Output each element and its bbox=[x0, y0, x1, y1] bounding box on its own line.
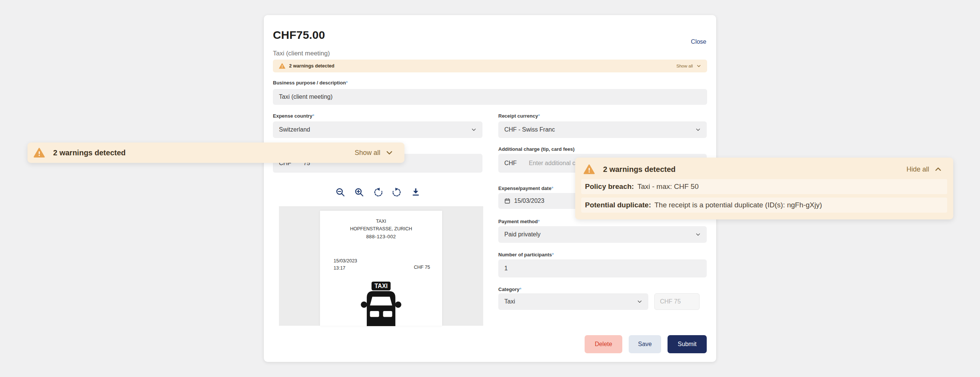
submit-button[interactable]: Submit bbox=[668, 335, 707, 353]
chevron-down-icon bbox=[386, 149, 393, 156]
policy-breach-title: Policy breach: bbox=[585, 183, 634, 191]
zoom-out-icon[interactable] bbox=[336, 188, 345, 197]
business-purpose-value: Taxi (client meeting) bbox=[279, 94, 332, 100]
receipt-address: HOPFENSTRASSE, ZURICH bbox=[320, 225, 442, 232]
download-icon[interactable] bbox=[411, 188, 421, 197]
business-purpose-label: Business purpose / description* bbox=[273, 80, 348, 86]
category-value: Taxi bbox=[504, 298, 515, 305]
receipt-date: 15/03/2023 bbox=[334, 258, 357, 265]
expense-date-label-text: Expense/payment date bbox=[498, 186, 551, 191]
required-asterisk: * bbox=[519, 286, 521, 292]
taxi-icon: TAXI bbox=[357, 282, 405, 328]
receipt-currency-label: Receipt currency* bbox=[498, 113, 540, 119]
svg-text:TAXI: TAXI bbox=[375, 283, 388, 289]
required-asterisk: * bbox=[538, 113, 540, 119]
receipt-time: 13:17 bbox=[334, 265, 357, 272]
payment-method-label: Payment method* bbox=[498, 219, 540, 224]
chevron-down-icon bbox=[637, 299, 642, 304]
warnings-tooltip: 2 warnings detected Show all bbox=[27, 143, 404, 163]
policy-breach-detail: Taxi - max: CHF 50 bbox=[637, 183, 699, 191]
expense-country-value: Switzerland bbox=[279, 126, 310, 133]
participants-label-text: Number of participants bbox=[498, 252, 552, 258]
delete-button[interactable]: Delete bbox=[585, 335, 622, 353]
additional-charge-label-text: Additional charge (tip, card fees) bbox=[498, 146, 574, 152]
required-asterisk: * bbox=[538, 219, 540, 224]
save-button[interactable]: Save bbox=[629, 335, 661, 353]
banner-show-all-button[interactable]: Show all bbox=[676, 64, 701, 68]
category-amount-hint-value: CHF 75 bbox=[660, 298, 681, 305]
warning-item-policy-breach: Policy breach: Taxi - max: CHF 50 bbox=[581, 179, 947, 194]
close-button[interactable]: Close bbox=[691, 38, 706, 45]
category-amount-hint: CHF 75 bbox=[654, 293, 700, 310]
receipt-currency-select[interactable]: CHF - Swiss Franc bbox=[498, 121, 707, 138]
receipt-header: TAXI HOPFENSTRASSE, ZURICH 888-123-002 bbox=[320, 218, 442, 240]
expense-date-value: 15/03/2023 bbox=[514, 197, 544, 204]
expense-subtitle: Taxi (client meeting) bbox=[273, 50, 330, 57]
category-label-text: Category bbox=[498, 286, 519, 292]
expense-country-select[interactable]: Switzerland bbox=[273, 121, 482, 138]
required-asterisk: * bbox=[552, 252, 554, 258]
category-select[interactable]: Taxi bbox=[498, 293, 648, 310]
chevron-up-icon bbox=[934, 165, 942, 173]
payment-method-select[interactable]: Paid privately bbox=[498, 226, 707, 243]
receipt-total: CHF 75 bbox=[414, 265, 430, 270]
warnings-panel-header: 2 warnings detected Hide all bbox=[581, 163, 947, 176]
participants-value: 1 bbox=[504, 265, 508, 272]
receipt-currency-label-text: Receipt currency bbox=[498, 113, 538, 119]
receipt-viewer[interactable]: TAXI HOPFENSTRASSE, ZURICH 888-123-002 1… bbox=[279, 206, 483, 326]
footer-actions: Delete Save Submit bbox=[585, 335, 707, 353]
category-label: Category* bbox=[498, 286, 521, 292]
show-all-button[interactable]: Show all bbox=[355, 149, 393, 157]
potential-duplicate-title: Potential duplicate: bbox=[585, 201, 651, 209]
receipt-toolbar bbox=[273, 185, 483, 200]
warning-icon bbox=[33, 147, 45, 158]
payment-method-value: Paid privately bbox=[504, 231, 541, 238]
chevron-down-icon bbox=[695, 127, 701, 132]
participants-label: Number of participants* bbox=[498, 252, 554, 258]
additional-charge-currency-prefix: CHF bbox=[504, 160, 517, 167]
hide-all-button[interactable]: Hide all bbox=[907, 165, 942, 173]
receipt-datetime: 15/03/2023 13:17 bbox=[334, 258, 357, 272]
expense-country-label: Expense country* bbox=[273, 113, 314, 119]
receipt-merchant: TAXI bbox=[320, 218, 442, 225]
expense-country-label-text: Expense country bbox=[273, 113, 312, 119]
warning-icon bbox=[279, 63, 285, 69]
receipt-currency-value: CHF - Swiss Franc bbox=[504, 126, 555, 133]
hide-all-label: Hide all bbox=[907, 165, 929, 173]
rotate-right-icon[interactable] bbox=[392, 188, 402, 197]
chevron-down-icon bbox=[471, 127, 476, 132]
warnings-panel: 2 warnings detected Hide all Policy brea… bbox=[575, 157, 953, 220]
business-purpose-label-text: Business purpose / description bbox=[273, 80, 346, 86]
warnings-tooltip-text: 2 warnings detected bbox=[53, 148, 126, 157]
receipt-image: TAXI HOPFENSTRASSE, ZURICH 888-123-002 1… bbox=[320, 211, 442, 326]
expense-amount-title: CHF75.00 bbox=[273, 29, 325, 41]
chevron-down-icon bbox=[695, 232, 701, 237]
warning-icon bbox=[584, 164, 595, 175]
warnings-banner[interactable]: 2 warnings detected Show all bbox=[273, 60, 707, 72]
payment-method-label-text: Payment method bbox=[498, 219, 538, 224]
required-asterisk: * bbox=[312, 113, 314, 119]
warning-item-potential-duplicate: Potential duplicate: The receipt is a po… bbox=[581, 197, 947, 213]
show-all-label: Show all bbox=[355, 149, 380, 157]
expense-date-label: Expense/payment date* bbox=[498, 186, 553, 191]
page: CHF75.00 Taxi (client meeting) Close 2 w… bbox=[0, 0, 980, 377]
potential-duplicate-detail: The receipt is a potential duplicate (ID… bbox=[654, 201, 822, 209]
chevron-down-icon bbox=[697, 64, 701, 68]
warnings-banner-text: 2 warnings detected bbox=[289, 63, 334, 68]
receipt-phone: 888-123-002 bbox=[320, 233, 442, 240]
rotate-left-icon[interactable] bbox=[373, 188, 383, 197]
banner-show-all-label: Show all bbox=[676, 64, 693, 68]
participants-input[interactable]: 1 bbox=[498, 259, 707, 277]
business-purpose-input[interactable]: Taxi (client meeting) bbox=[273, 89, 707, 105]
required-asterisk: * bbox=[346, 80, 348, 86]
required-asterisk: * bbox=[551, 186, 553, 191]
calendar-icon bbox=[504, 198, 511, 204]
additional-charge-label: Additional charge (tip, card fees) bbox=[498, 146, 574, 152]
zoom-in-icon[interactable] bbox=[354, 188, 364, 197]
warnings-panel-text: 2 warnings detected bbox=[603, 165, 675, 174]
